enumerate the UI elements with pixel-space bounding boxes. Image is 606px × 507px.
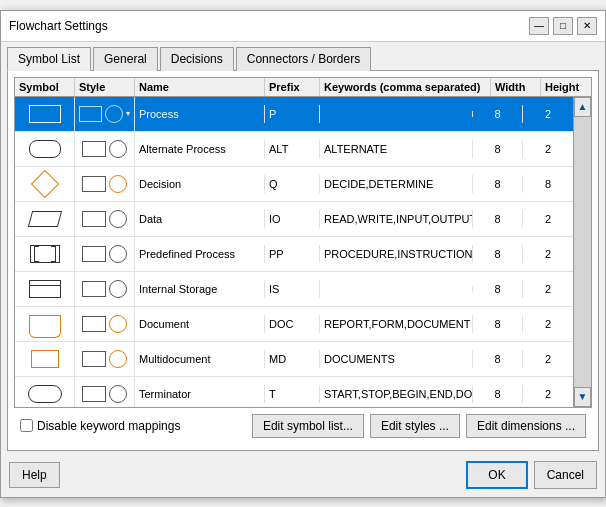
titlebar: Flowchart Settings — □ ✕ [1, 11, 605, 42]
content-area: Symbol Style Name Prefix Keywords (comma… [7, 70, 599, 451]
table-row[interactable]: Internal Storage IS 8 2 [15, 272, 573, 307]
style-predefined [79, 240, 130, 268]
td-height: 2 [523, 140, 573, 158]
style-process: ▾ [79, 100, 130, 128]
tab-decisions[interactable]: Decisions [160, 47, 234, 71]
edit-dimensions-button[interactable]: Edit dimensions ... [466, 414, 586, 438]
td-style [75, 377, 135, 407]
style-document [79, 310, 130, 338]
td-keywords [320, 286, 473, 292]
td-width: 8 [473, 245, 523, 263]
td-keywords [320, 111, 473, 117]
style-data [79, 205, 130, 233]
td-symbol [15, 307, 75, 341]
td-width: 8 [473, 315, 523, 333]
table-header: Symbol Style Name Prefix Keywords (comma… [15, 78, 591, 97]
symbol-altprocess [19, 135, 70, 163]
disable-keywords-checkbox[interactable] [20, 419, 33, 432]
td-style [75, 342, 135, 376]
edit-symbol-list-button[interactable]: Edit symbol list... [252, 414, 364, 438]
table-body: ▾ Process P 8 2 [15, 97, 573, 407]
td-name: Data [135, 210, 265, 228]
td-height: 8 [523, 175, 573, 193]
td-width: 8 [473, 140, 523, 158]
td-keywords: READ,WRITE,INPUT,OUTPUT [320, 210, 473, 228]
col-height: Height [541, 78, 591, 96]
symbol-data [19, 205, 70, 233]
symbol-decision [19, 170, 70, 198]
close-button[interactable]: ✕ [577, 17, 597, 35]
td-symbol [15, 377, 75, 407]
table-row[interactable]: Alternate Process ALT ALTERNATE 8 2 [15, 132, 573, 167]
table-row[interactable]: Decision Q DECIDE,DETERMINE 8 8 [15, 167, 573, 202]
minimize-button[interactable]: — [529, 17, 549, 35]
td-style [75, 237, 135, 271]
table-row[interactable]: Predefined Process PP PROCEDURE,INSTRUCT… [15, 237, 573, 272]
td-name: Multidocument [135, 350, 265, 368]
table-row[interactable]: Document DOC REPORT,FORM,DOCUMENT 8 2 [15, 307, 573, 342]
footer-bar: Help OK Cancel [1, 457, 605, 497]
td-width: 8 [473, 210, 523, 228]
td-name: Internal Storage [135, 280, 265, 298]
col-keywords: Keywords (comma separated) [320, 78, 491, 96]
td-symbol [15, 202, 75, 236]
td-name: Decision [135, 175, 265, 193]
symbol-predefined [19, 240, 70, 268]
table-row[interactable]: Multidocument MD DOCUMENTS 8 2 [15, 342, 573, 377]
td-prefix: P [265, 105, 320, 123]
td-height: 2 [523, 385, 573, 403]
td-prefix: ALT [265, 140, 320, 158]
symbol-document [19, 310, 70, 338]
bottom-bar: Disable keyword mappings Edit symbol lis… [14, 408, 592, 444]
scrollbar: ▲ ▼ [573, 97, 591, 407]
tab-connectors-borders[interactable]: Connectors / Borders [236, 47, 371, 71]
dropdown-icon[interactable]: ▾ [126, 109, 130, 118]
table-row[interactable]: Terminator T START,STOP,BEGIN,END,DONE 8… [15, 377, 573, 407]
ok-button[interactable]: OK [466, 461, 527, 489]
td-symbol [15, 132, 75, 166]
titlebar-controls: — □ ✕ [529, 17, 597, 35]
td-prefix: PP [265, 245, 320, 263]
style-decision [79, 170, 130, 198]
td-keywords: DECIDE,DETERMINE [320, 175, 473, 193]
td-keywords: DOCUMENTS [320, 350, 473, 368]
td-keywords: PROCEDURE,INSTRUCTION [320, 245, 473, 263]
td-name: Alternate Process [135, 140, 265, 158]
tab-symbol-list[interactable]: Symbol List [7, 47, 91, 71]
td-prefix: IO [265, 210, 320, 228]
td-keywords: START,STOP,BEGIN,END,DONE [320, 385, 473, 403]
td-height: 2 [523, 210, 573, 228]
scroll-track[interactable] [574, 117, 591, 387]
col-prefix: Prefix [265, 78, 320, 96]
td-width: 8 [473, 280, 523, 298]
table-row[interactable]: ▾ Process P 8 2 [15, 97, 573, 132]
maximize-button[interactable]: □ [553, 17, 573, 35]
td-name: Predefined Process [135, 245, 265, 263]
tabs-bar: Symbol List General Decisions Connectors… [1, 42, 605, 70]
table-row[interactable]: Data IO READ,WRITE,INPUT,OUTPUT 8 2 [15, 202, 573, 237]
td-prefix: MD [265, 350, 320, 368]
td-name: Process [135, 105, 265, 123]
td-style [75, 132, 135, 166]
td-prefix: Q [265, 175, 320, 193]
table-body-wrapper: ▾ Process P 8 2 [15, 97, 591, 407]
col-name: Name [135, 78, 265, 96]
help-button[interactable]: Help [9, 462, 60, 488]
tab-general[interactable]: General [93, 47, 158, 71]
td-symbol [15, 97, 75, 131]
symbol-table: Symbol Style Name Prefix Keywords (comma… [14, 77, 592, 408]
edit-styles-button[interactable]: Edit styles ... [370, 414, 460, 438]
td-symbol [15, 237, 75, 271]
td-style [75, 272, 135, 306]
cancel-button[interactable]: Cancel [534, 461, 597, 489]
td-height: 2 [523, 280, 573, 298]
col-width: Width [491, 78, 541, 96]
td-keywords: ALTERNATE [320, 140, 473, 158]
scroll-down-button[interactable]: ▼ [574, 387, 591, 407]
scroll-up-button[interactable]: ▲ [574, 97, 591, 117]
td-width: 8 [473, 105, 523, 123]
td-symbol [15, 272, 75, 306]
disable-keywords-label: Disable keyword mappings [37, 419, 180, 433]
checkbox-row: Disable keyword mappings [20, 419, 246, 433]
symbol-terminator [19, 380, 70, 407]
